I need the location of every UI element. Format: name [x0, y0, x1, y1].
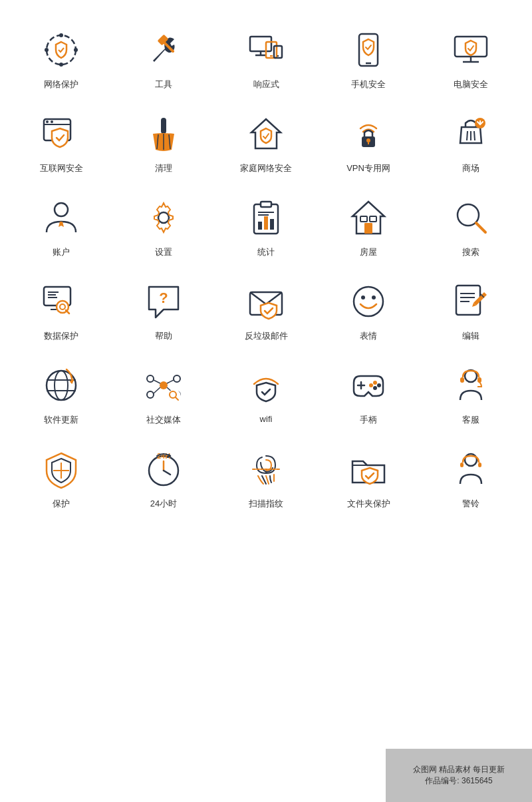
svg-point-3 [59, 63, 63, 67]
shop-label: 商场 [462, 162, 479, 174]
svg-line-32 [474, 131, 475, 140]
mobile-security-icon [345, 27, 392, 73]
svg-point-89 [369, 383, 373, 387]
svg-line-78 [167, 380, 174, 383]
icon-item-network-protection: 网络保护 [13, 27, 109, 91]
svg-rect-102 [460, 463, 464, 467]
icon-item-internet-security: 互联网安全 [13, 110, 109, 174]
icon-item-clean: 清理 [116, 110, 211, 174]
icon-item-data-protection: 数据保护 [13, 278, 109, 342]
network-protection-icon [38, 27, 84, 73]
icon-item-tools: 工具 [116, 27, 211, 91]
social-media-label: 社交媒体 [146, 414, 181, 426]
icon-item-statistics: 统计 [218, 194, 314, 258]
emoji-icon [345, 278, 392, 325]
icon-item-edit: 编辑 [423, 278, 519, 342]
icon-item-customer-service: 客服 [423, 362, 519, 426]
fingerprint-label: 扫描指纹 [249, 498, 283, 510]
icon-item-software-update: 软件更新 [13, 362, 109, 426]
svg-line-30 [467, 131, 467, 140]
icon-item-settings: 设置 [116, 194, 211, 258]
protect-label: 保护 [53, 498, 70, 510]
antispam-icon [243, 278, 289, 325]
home-network-icon [243, 110, 289, 157]
svg-point-75 [147, 391, 154, 398]
icon-item-search: 搜索 [423, 194, 519, 258]
svg-point-36 [158, 212, 169, 223]
icon-item-gamepad: 手柄 [321, 362, 416, 426]
svg-rect-46 [370, 216, 376, 222]
icon-item-responsive: 响应式 [218, 27, 314, 91]
search-label: 搜索 [462, 246, 479, 258]
svg-rect-23 [161, 118, 166, 134]
svg-point-60 [354, 287, 383, 316]
wifi-icon [243, 362, 289, 409]
icon-item-24h: 24H 24小时 [116, 446, 211, 510]
computer-security-label: 电脑安全 [454, 79, 488, 91]
svg-point-86 [373, 381, 377, 385]
settings-label: 设置 [155, 246, 172, 258]
svg-point-35 [55, 203, 68, 216]
settings-icon [140, 194, 187, 241]
svg-point-2 [74, 48, 78, 52]
edit-label: 编辑 [462, 330, 479, 342]
help-label: 帮助 [155, 330, 172, 342]
gamepad-label: 手柄 [360, 414, 377, 426]
svg-rect-7 [250, 37, 271, 51]
protect-icon [38, 446, 84, 493]
svg-point-22 [51, 120, 53, 123]
icon-item-alarm: 警铃 [423, 446, 519, 510]
wifi-label: wifi [260, 414, 273, 424]
svg-rect-40 [264, 216, 268, 230]
antispam-label: 反垃圾邮件 [245, 330, 288, 342]
icon-item-mobile-security: 手机安全 [321, 27, 416, 91]
svg-point-72 [160, 381, 168, 389]
emoji-label: 表情 [360, 330, 377, 342]
home-network-label: 家庭网络安全 [240, 162, 292, 174]
svg-point-0 [47, 35, 76, 65]
icon-grid: 网络保护 工具 [13, 27, 519, 510]
network-protection-label: 网络保护 [44, 79, 78, 91]
social-media-icon [140, 362, 187, 409]
tools-icon [140, 27, 187, 73]
data-protection-label: 数据保护 [44, 330, 78, 342]
software-update-label: 软件更新 [44, 414, 78, 426]
svg-point-61 [361, 296, 365, 300]
icon-item-wifi: wifi [218, 362, 314, 426]
alarm-label: 警铃 [462, 498, 479, 510]
mobile-security-label: 手机安全 [351, 79, 386, 91]
clean-icon [140, 110, 187, 157]
icon-item-computer-security: 电脑安全 [423, 27, 519, 91]
svg-line-79 [154, 387, 160, 393]
tools-label: 工具 [155, 79, 172, 91]
svg-line-77 [154, 380, 160, 383]
svg-point-87 [377, 383, 381, 387]
svg-rect-38 [261, 202, 271, 207]
svg-point-21 [46, 120, 49, 123]
vpn-label: VPN专用网 [346, 162, 390, 174]
svg-point-74 [174, 375, 180, 382]
svg-point-1 [59, 33, 63, 37]
svg-point-28 [366, 138, 370, 142]
24h-icon: 24H [140, 446, 187, 493]
icon-item-fingerprint: 扫描指纹 [218, 446, 314, 510]
svg-rect-45 [360, 216, 367, 222]
svg-point-4 [45, 48, 49, 52]
svg-text:?: ? [159, 290, 168, 306]
alarm-icon [448, 446, 494, 493]
help-icon: ? [140, 278, 187, 325]
folder-protection-label: 文件夹保护 [347, 498, 390, 510]
icon-item-home-network: 家庭网络安全 [218, 110, 314, 174]
svg-rect-41 [270, 219, 274, 230]
edit-icon [448, 278, 494, 325]
internet-security-icon [38, 110, 84, 157]
svg-rect-103 [478, 463, 481, 467]
house-label: 房屋 [360, 246, 377, 258]
svg-point-88 [373, 386, 377, 390]
account-icon [38, 194, 84, 241]
svg-point-69 [55, 371, 68, 400]
icon-item-antispam: 反垃圾邮件 [218, 278, 314, 342]
24h-label: 24小时 [150, 498, 177, 510]
computer-security-icon [448, 27, 494, 73]
customer-service-icon [448, 362, 494, 409]
